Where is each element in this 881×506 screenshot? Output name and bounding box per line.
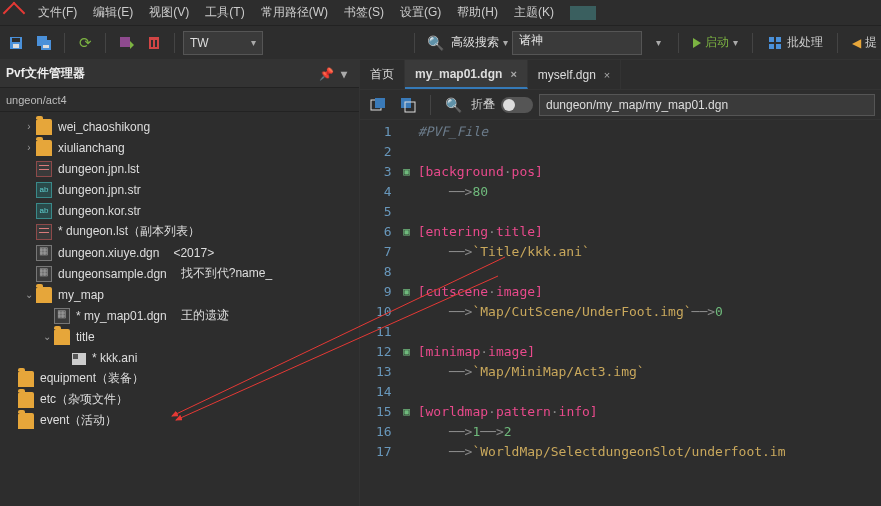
editor-tab[interactable]: 首页	[360, 60, 405, 89]
list-icon	[36, 224, 52, 240]
code-line[interactable]	[402, 142, 881, 162]
file-filter-combo[interactable]: TW	[183, 31, 263, 55]
str-icon: ab	[36, 182, 52, 198]
twisty-icon[interactable]: ›	[22, 121, 36, 132]
search-input[interactable]: 诸神	[512, 31, 642, 55]
fold-icon[interactable]: ▣	[402, 162, 412, 182]
fold-icon[interactable]: ▣	[402, 342, 412, 362]
svg-rect-8	[151, 40, 153, 47]
code-line[interactable]: ──>80	[402, 182, 881, 202]
fold-icon[interactable]: ▣	[402, 222, 412, 242]
pin-icon[interactable]: 📌	[317, 65, 335, 83]
menu-item[interactable]: 主题(K)	[506, 0, 562, 25]
breadcrumb[interactable]: ungeon/act4	[0, 88, 359, 112]
editor-tab[interactable]: myself.dgn×	[528, 60, 621, 89]
tree-node[interactable]: dungeonsample.dgn找不到代?name_	[0, 263, 359, 284]
svg-rect-15	[375, 98, 385, 108]
folder-icon	[18, 413, 34, 429]
fold-icon[interactable]: ▣	[402, 282, 412, 302]
tree-node[interactable]: ⌄my_map	[0, 284, 359, 305]
tree-node[interactable]: abdungeon.jpn.str	[0, 179, 359, 200]
twisty-icon[interactable]: ›	[22, 142, 36, 153]
code-line[interactable]: ▣[entering·title]	[402, 222, 881, 242]
tree-node[interactable]: ⌄title	[0, 326, 359, 347]
export-button[interactable]	[114, 31, 138, 55]
menu-item[interactable]: 工具(T)	[197, 0, 252, 25]
editor-tool-1[interactable]	[366, 93, 390, 117]
tree-node[interactable]: abdungeon.kor.str	[0, 200, 359, 221]
tree-node-label: xiulianchang	[58, 141, 125, 155]
find-icon[interactable]: 🔍	[441, 93, 465, 117]
batch-icon	[767, 35, 783, 51]
search-mode-dropdown-icon[interactable]: ▾	[503, 37, 508, 48]
code-line[interactable]: #PVF_File	[402, 122, 881, 142]
tree-node[interactable]: etc（杂项文件）	[0, 389, 359, 410]
code-line[interactable]: ──>`Map/MiniMap/Act3.img`	[402, 362, 881, 382]
launch-button[interactable]: 启动 ▾	[687, 31, 744, 55]
tree-node[interactable]: equipment（装备）	[0, 368, 359, 389]
batch-button[interactable]: 批处理	[761, 34, 829, 51]
theme-color-swatch[interactable]	[570, 6, 596, 20]
dgn-icon	[54, 308, 70, 324]
tree-node-label: dungeon.kor.str	[58, 204, 141, 218]
panel-title: Pvf文件管理器	[6, 65, 85, 82]
tree-node[interactable]: dungeon.xiuye.dgn<2017>	[0, 242, 359, 263]
editor-tool-2[interactable]	[396, 93, 420, 117]
save-button[interactable]	[4, 31, 28, 55]
fold-toggle[interactable]	[501, 97, 533, 113]
code-line[interactable]: ──>`Map/CutScene/UnderFoot.img`──>0	[402, 302, 881, 322]
menu-item[interactable]: 帮助(H)	[449, 0, 506, 25]
code-line[interactable]: ▣[minimap·image]	[402, 342, 881, 362]
fold-icon[interactable]: ▣	[402, 402, 412, 422]
refresh-button[interactable]: ⟳	[73, 31, 97, 55]
tree-node[interactable]: dungeon.jpn.lst	[0, 158, 359, 179]
search-icon[interactable]: 🔍	[423, 31, 447, 55]
menu-item[interactable]: 文件(F)	[30, 0, 85, 25]
panel-menu-icon[interactable]: ▾	[335, 65, 353, 83]
code-line[interactable]: ▣[cutscene·image]	[402, 282, 881, 302]
twisty-icon[interactable]: ⌄	[22, 289, 36, 300]
tree-node[interactable]: * my_map01.dgn王的遗迹	[0, 305, 359, 326]
search-dropdown-icon[interactable]: ▾	[646, 31, 670, 55]
path-field[interactable]: dungeon/my_map/my_map01.dgn	[539, 94, 875, 116]
tree-node-label: equipment（装备）	[40, 370, 144, 387]
menu-item[interactable]: 视图(V)	[141, 0, 197, 25]
delete-button[interactable]	[142, 31, 166, 55]
code-line[interactable]: ──>`WorldMap/SelectdungeonSlot/underfoot…	[402, 442, 881, 462]
code-line[interactable]: ▣[background·pos]	[402, 162, 881, 182]
tree-node[interactable]: ›xiulianchang	[0, 137, 359, 158]
code-line[interactable]: ──>1──>2	[402, 422, 881, 442]
svg-rect-1	[12, 38, 20, 42]
close-tab-icon[interactable]: ×	[604, 69, 610, 81]
editor-tabs: 首页my_map01.dgn×myself.dgn×	[360, 60, 881, 90]
close-tab-icon[interactable]: ×	[510, 68, 516, 80]
svg-rect-2	[13, 44, 19, 48]
tree-node-label: dungeon.jpn.str	[58, 183, 141, 197]
code-line[interactable]: ──>`Title/kkk.ani`	[402, 242, 881, 262]
code-line[interactable]	[402, 202, 881, 222]
menu-item[interactable]: 常用路径(W)	[253, 0, 336, 25]
tree-node[interactable]: event（活动）	[0, 410, 359, 431]
tree-node-label: etc（杂项文件）	[40, 391, 128, 408]
save-all-button[interactable]	[32, 31, 56, 55]
tree-node[interactable]: * kkk.ani	[0, 347, 359, 368]
svg-rect-12	[769, 44, 774, 49]
editor-tab[interactable]: my_map01.dgn×	[405, 60, 528, 89]
prompt-button[interactable]: ◀ 提	[846, 34, 877, 51]
code-line[interactable]	[402, 382, 881, 402]
main-toolbar: ⟳ TW 🔍 高级搜索 ▾ 诸神 ▾ 启动 ▾ 批处理 ◀ 提	[0, 26, 881, 60]
file-tree[interactable]: ›wei_chaoshikong›xiulianchangdungeon.jpn…	[0, 112, 359, 506]
tree-node[interactable]: ›wei_chaoshikong	[0, 116, 359, 137]
menu-item[interactable]: 设置(G)	[392, 0, 449, 25]
code-line[interactable]: ▣[worldmap·pattern·info]	[402, 402, 881, 422]
code-editor[interactable]: 1234567891011121314151617 #PVF_File▣[bac…	[360, 120, 881, 506]
twisty-icon[interactable]: ⌄	[40, 331, 54, 342]
menu-item[interactable]: 书签(S)	[336, 0, 392, 25]
menu-item[interactable]: 编辑(E)	[85, 0, 141, 25]
code-line[interactable]	[402, 262, 881, 282]
tree-node[interactable]: * dungeon.lst（副本列表）	[0, 221, 359, 242]
str-icon: ab	[36, 203, 52, 219]
tree-node-label: dungeon.xiuye.dgn	[58, 246, 159, 260]
tree-node-label: title	[76, 330, 95, 344]
code-line[interactable]	[402, 322, 881, 342]
